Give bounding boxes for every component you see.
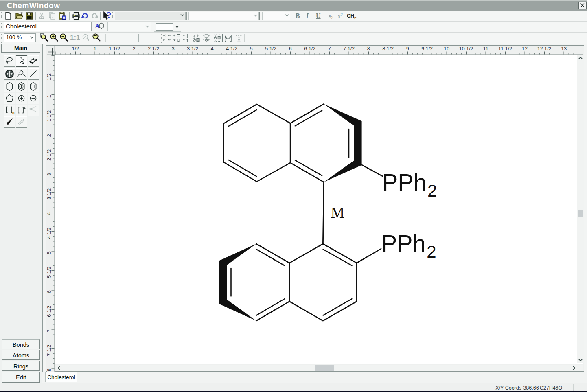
svg-text:7: 7 bbox=[47, 329, 53, 332]
svg-text:10: 10 bbox=[444, 46, 449, 52]
svg-text:5 1/2: 5 1/2 bbox=[47, 267, 53, 278]
svg-text:4: 4 bbox=[211, 46, 214, 52]
svg-text:2 1/2: 2 1/2 bbox=[47, 149, 53, 161]
svg-text:10 1/2: 10 1/2 bbox=[459, 46, 473, 52]
svg-text:11: 11 bbox=[483, 46, 488, 52]
svg-text:1 1/2: 1 1/2 bbox=[47, 110, 53, 122]
svg-text:1 1/2: 1 1/2 bbox=[109, 46, 120, 52]
svg-text:7: 7 bbox=[328, 46, 331, 52]
svg-text:1/2: 1/2 bbox=[72, 46, 79, 52]
svg-text:2: 2 bbox=[427, 181, 437, 200]
svg-text:3 1/2: 3 1/2 bbox=[187, 46, 198, 52]
svg-text:1: 1 bbox=[47, 95, 53, 98]
svg-text:4: 4 bbox=[47, 212, 53, 215]
svg-text:7 1/2: 7 1/2 bbox=[47, 345, 53, 356]
svg-text:12: 12 bbox=[522, 46, 528, 52]
svg-text:7 1/2: 7 1/2 bbox=[343, 46, 355, 52]
svg-text:6: 6 bbox=[47, 290, 53, 293]
svg-text:2: 2 bbox=[427, 242, 436, 261]
svg-text:9: 9 bbox=[406, 46, 409, 52]
svg-text:8 1/2: 8 1/2 bbox=[382, 46, 394, 52]
svg-text:3 1/2: 3 1/2 bbox=[47, 188, 53, 200]
svg-text:9 1/2: 9 1/2 bbox=[421, 46, 433, 52]
svg-text:PPh: PPh bbox=[381, 230, 426, 256]
svg-text:11 1/2: 11 1/2 bbox=[498, 46, 512, 52]
svg-text:1/2: 1/2 bbox=[47, 73, 53, 80]
svg-text:2 1/2: 2 1/2 bbox=[148, 46, 159, 52]
svg-text:?: ? bbox=[107, 11, 112, 20]
svg-text:n: n bbox=[12, 111, 15, 115]
svg-text:2: 2 bbox=[47, 134, 53, 137]
svg-text:PPh: PPh bbox=[382, 169, 427, 195]
svg-text:1: 1 bbox=[94, 46, 96, 52]
svg-text:5 1/2: 5 1/2 bbox=[265, 46, 276, 52]
svg-text:12 1/2: 12 1/2 bbox=[537, 46, 552, 52]
svg-text:8: 8 bbox=[367, 46, 370, 52]
svg-text:4 1/2: 4 1/2 bbox=[47, 228, 53, 239]
svg-text:13: 13 bbox=[561, 46, 567, 52]
svg-text:3: 3 bbox=[172, 46, 175, 52]
svg-text:5: 5 bbox=[47, 251, 53, 254]
svg-text:M: M bbox=[331, 204, 345, 221]
svg-text:4 1/2: 4 1/2 bbox=[226, 46, 237, 52]
svg-text:8: 8 bbox=[47, 368, 53, 371]
svg-text:5: 5 bbox=[250, 46, 253, 52]
svg-text:6: 6 bbox=[289, 46, 292, 52]
svg-text:6 1/2: 6 1/2 bbox=[47, 306, 53, 317]
svg-text:6 1/2: 6 1/2 bbox=[304, 46, 315, 52]
svg-text:3: 3 bbox=[47, 173, 53, 176]
svg-text:2: 2 bbox=[133, 46, 136, 52]
